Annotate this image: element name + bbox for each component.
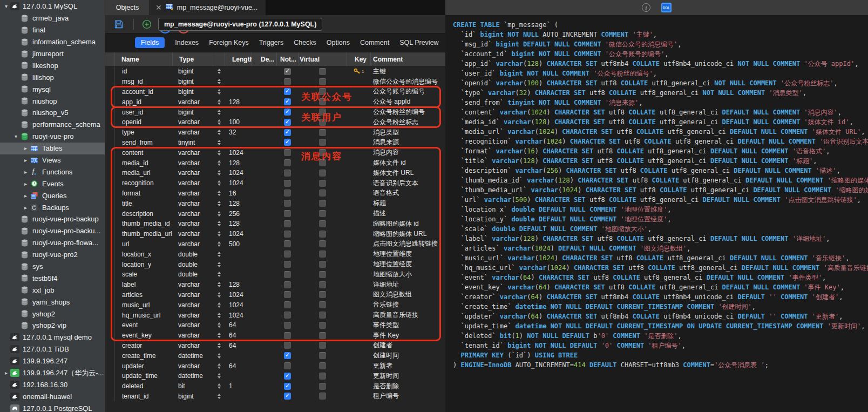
field-type-cell[interactable]: varchar — [173, 168, 213, 178]
field-comment-cell[interactable]: 公众号粉丝的编号 — [371, 107, 445, 117]
field-length-cell[interactable] — [225, 87, 252, 97]
field-name-cell[interactable]: update_time — [115, 371, 173, 381]
sidebar-item-192-168-16-30[interactable]: 192.168.16.30 — [0, 379, 105, 391]
field-length-cell[interactable]: 1024 — [225, 310, 252, 320]
field-length-cell[interactable]: 32 — [225, 127, 252, 138]
key-cell[interactable] — [347, 239, 371, 249]
type-stepper[interactable] — [213, 350, 225, 361]
key-cell[interactable] — [347, 168, 371, 178]
field-type-cell[interactable]: varchar — [173, 208, 213, 219]
field-comment-cell[interactable]: 地图缩放大小 — [371, 269, 445, 280]
field-name-cell[interactable]: msg_id — [115, 77, 173, 87]
not-null-checkbox[interactable] — [284, 170, 291, 177]
key-cell[interactable] — [347, 381, 371, 391]
key-cell[interactable] — [347, 350, 371, 361]
field-length-cell[interactable]: 1024 — [225, 168, 252, 178]
type-stepper[interactable] — [213, 117, 225, 127]
virtual-checkbox[interactable] — [319, 139, 326, 146]
key-cell[interactable] — [347, 107, 371, 117]
field-name-cell[interactable]: tenant_id — [115, 391, 173, 402]
tab-objects[interactable]: Objects — [105, 0, 150, 15]
not-null-checkbox[interactable] — [284, 352, 291, 359]
row-gutter[interactable] — [105, 97, 115, 107]
field-name-cell[interactable]: type — [115, 127, 173, 138]
field-comment-cell[interactable]: 是否删除 — [371, 381, 445, 391]
field-decimals-cell[interactable] — [252, 147, 277, 158]
field-comment-cell[interactable]: 语音识别后文本 — [371, 178, 445, 188]
field-type-cell[interactable]: double — [173, 269, 213, 280]
sidebar-item-functions[interactable]: ▸fxFunctions — [0, 166, 105, 178]
field-name-cell[interactable]: create_time — [115, 350, 173, 361]
subtab-foreign-keys[interactable]: Foreign Keys — [209, 39, 249, 46]
key-cell[interactable] — [347, 178, 371, 188]
row-gutter[interactable] — [105, 147, 115, 158]
sidebar-item-127-0-0-1-mysql-demo[interactable]: 127.0.0.1 mysql demo — [0, 332, 105, 343]
not-null-checkbox[interactable] — [284, 98, 291, 105]
field-type-cell[interactable]: varchar — [173, 320, 213, 330]
subtab-fields[interactable]: Fields — [135, 37, 165, 48]
field-decimals-cell[interactable] — [252, 198, 277, 208]
field-type-cell[interactable]: bigint — [173, 77, 213, 87]
sidebar-item-testb5f4[interactable]: testb5f4 — [0, 272, 105, 284]
field-name-cell[interactable]: articles — [115, 290, 173, 300]
field-length-cell[interactable] — [225, 138, 252, 148]
key-cell[interactable] — [347, 269, 371, 280]
field-type-cell[interactable]: varchar — [173, 147, 213, 158]
type-stepper[interactable] — [213, 198, 225, 208]
virtual-checkbox[interactable] — [319, 261, 326, 268]
field-type-cell[interactable]: varchar — [173, 300, 213, 310]
type-stepper[interactable] — [213, 310, 225, 320]
key-cell[interactable] — [347, 341, 371, 351]
field-decimals-cell[interactable] — [252, 77, 277, 87]
row-gutter[interactable] — [105, 158, 115, 168]
sidebar-item-views[interactable]: ▸Views — [0, 154, 105, 166]
row-gutter[interactable] — [105, 350, 115, 361]
not-null-checkbox[interactable] — [284, 220, 291, 227]
virtual-checkbox[interactable] — [319, 88, 326, 95]
type-stepper[interactable] — [213, 138, 225, 148]
virtual-checkbox[interactable] — [319, 322, 326, 329]
field-comment-cell[interactable]: 更新者 — [371, 361, 445, 371]
type-stepper[interactable] — [213, 280, 225, 290]
header-length[interactable]: Length — [225, 52, 252, 66]
virtual-checkbox[interactable] — [319, 312, 326, 319]
subtab-sql-preview[interactable]: SQL Preview — [399, 39, 438, 46]
field-decimals-cell[interactable] — [252, 97, 277, 107]
virtual-checkbox[interactable] — [319, 332, 326, 339]
field-type-cell[interactable]: varchar — [173, 239, 213, 249]
row-gutter[interactable] — [105, 249, 115, 259]
sidebar-item-jimureport[interactable]: jimureport — [0, 48, 105, 60]
field-name-cell[interactable]: recognition — [115, 178, 173, 188]
tab-mp-message[interactable]: ✕ mp_message@ruoyi-vue... — [150, 0, 266, 15]
not-null-checkbox[interactable] — [284, 301, 291, 308]
tree-expand-arrow-icon[interactable]: ▸ — [22, 169, 30, 175]
virtual-checkbox[interactable] — [319, 78, 326, 85]
field-type-cell[interactable]: varchar — [173, 198, 213, 208]
not-null-checkbox[interactable] — [284, 68, 291, 75]
field-name-cell[interactable]: creator — [115, 341, 173, 351]
field-comment-cell[interactable]: 高质量音乐链接 — [371, 310, 445, 320]
field-length-cell[interactable] — [225, 269, 252, 280]
key-cell[interactable] — [347, 290, 371, 300]
field-length-cell[interactable]: 100 — [225, 117, 252, 127]
not-null-checkbox[interactable] — [284, 312, 291, 319]
field-length-cell[interactable]: 64 — [225, 361, 252, 371]
sidebar-item-tables[interactable]: ▸Tables — [0, 143, 105, 154]
not-null-checkbox[interactable] — [284, 251, 291, 258]
field-comment-cell[interactable]: 语音格式 — [371, 188, 445, 199]
sidebar-item-mysql[interactable]: mysql — [0, 83, 105, 95]
row-gutter[interactable] — [105, 219, 115, 229]
field-length-cell[interactable]: 128 — [225, 158, 252, 168]
field-name-cell[interactable]: content — [115, 147, 173, 158]
field-comment-cell[interactable]: 地理位置维度 — [371, 249, 445, 259]
not-null-checkbox[interactable] — [284, 109, 291, 116]
virtual-checkbox[interactable] — [319, 301, 326, 308]
sidebar-item-backups[interactable]: ▸Backups — [0, 201, 105, 213]
field-length-cell[interactable] — [225, 391, 252, 402]
sidebar-item-ruoyi-vue-pro[interactable]: ▾ruoyi-vue-pro — [0, 131, 105, 143]
tree-expand-arrow-icon[interactable]: ▸ — [22, 145, 30, 151]
sidebar-item-139-9-196-247[interactable]: ▸139.9.196.247（华为云-... — [0, 367, 105, 379]
field-comment-cell[interactable]: 事件类型 — [371, 320, 445, 330]
field-name-cell[interactable]: deleted — [115, 381, 173, 391]
sidebar-item-niushop[interactable]: niushop — [0, 95, 105, 107]
